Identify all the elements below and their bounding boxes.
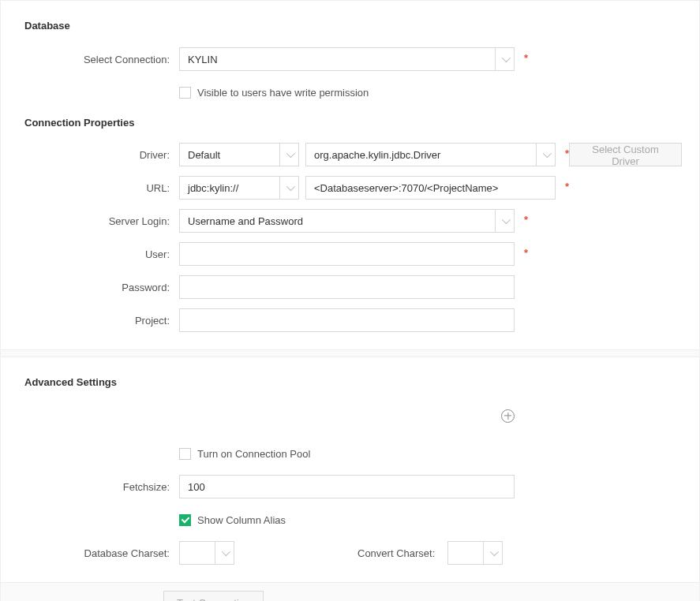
user-input[interactable] xyxy=(179,242,515,266)
server-login-dropdown[interactable]: Username and Password xyxy=(179,209,515,233)
driver-type-value: Default xyxy=(180,149,279,161)
visible-checkbox[interactable] xyxy=(179,87,191,99)
url-prefix-value: jdbc:kylin:// xyxy=(180,182,279,194)
driver-class-value: org.apache.kylin.jdbc.Driver xyxy=(306,149,536,161)
project-input[interactable] xyxy=(179,308,515,332)
server-login-label: Server Login: xyxy=(24,215,179,227)
server-login-value: Username and Password xyxy=(180,215,495,227)
select-connection-dropdown[interactable]: KYLIN xyxy=(179,47,515,71)
select-connection-label: Select Connection: xyxy=(24,54,179,65)
required-marker: * xyxy=(524,242,528,259)
password-input[interactable] xyxy=(179,275,515,299)
advanced-section: Advanced Settings Turn on Connection Poo… xyxy=(1,357,699,582)
plus-icon[interactable] xyxy=(501,409,515,423)
driver-type-dropdown[interactable]: Default xyxy=(179,143,299,166)
fetchsize-input[interactable] xyxy=(179,475,515,498)
test-connection-button[interactable]: Test Connection xyxy=(163,591,264,601)
section-title-advanced: Advanced Settings xyxy=(24,376,676,388)
section-title-database: Database xyxy=(24,20,676,32)
driver-class-dropdown[interactable]: org.apache.kylin.jdbc.Driver xyxy=(305,143,556,166)
section-divider xyxy=(1,349,699,357)
chevron-down-icon xyxy=(495,210,514,232)
chevron-down-icon xyxy=(215,542,234,564)
select-connection-value: KYLIN xyxy=(180,54,495,65)
chevron-down-icon xyxy=(495,48,514,70)
show-column-alias-label: Show Column Alias xyxy=(197,514,286,526)
project-label: Project: xyxy=(24,315,179,327)
connection-pool-label: Turn on Connection Pool xyxy=(197,448,310,460)
select-custom-driver-button[interactable]: Select Custom Driver xyxy=(569,143,682,166)
driver-label: Driver: xyxy=(24,149,179,161)
database-charset-dropdown[interactable] xyxy=(179,541,234,565)
convert-charset-dropdown[interactable] xyxy=(447,541,503,565)
required-marker: * xyxy=(565,176,569,192)
visible-checkbox-label: Visible to users have write permission xyxy=(197,87,369,99)
show-column-alias-checkbox[interactable] xyxy=(179,514,191,526)
section-title-connection-properties: Connection Properties xyxy=(24,117,676,129)
fetchsize-label: Fetchsize: xyxy=(24,481,179,493)
required-marker: * xyxy=(524,209,528,226)
connection-pool-checkbox[interactable] xyxy=(179,448,191,460)
url-prefix-dropdown[interactable]: jdbc:kylin:// xyxy=(179,176,299,200)
database-charset-label: Database Charset: xyxy=(24,547,179,559)
required-marker: * xyxy=(524,47,528,64)
url-input[interactable] xyxy=(305,176,556,200)
chevron-down-icon xyxy=(536,144,555,166)
database-section: Database Select Connection: KYLIN * Visi… xyxy=(1,1,699,349)
user-label: User: xyxy=(24,248,179,260)
convert-charset-label: Convert Charset: xyxy=(357,547,441,559)
chevron-down-icon xyxy=(483,542,502,564)
chevron-down-icon xyxy=(279,177,298,199)
password-label: Password: xyxy=(24,282,179,293)
chevron-down-icon xyxy=(279,144,298,166)
url-label: URL: xyxy=(24,182,179,194)
footer-bar: Test Connection xyxy=(1,582,699,601)
